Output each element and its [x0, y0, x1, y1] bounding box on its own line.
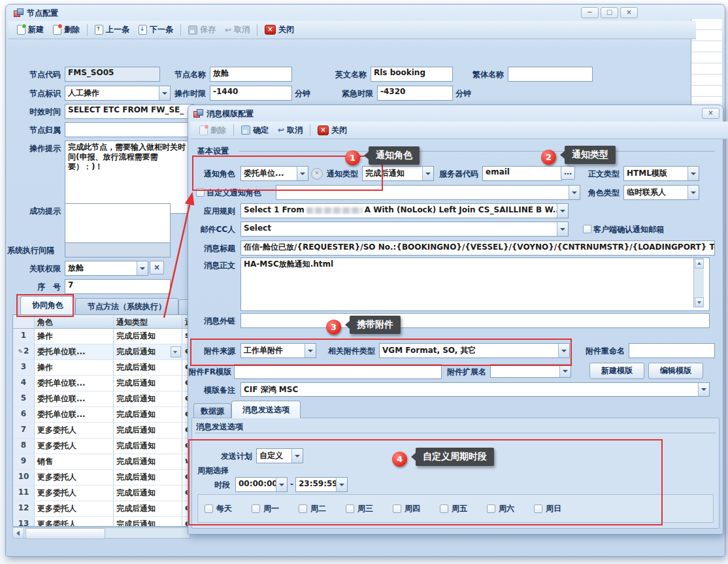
role-cell[interactable]: 委托单位联... [35, 344, 114, 359]
role-cell[interactable]: 更多委托人 [35, 439, 114, 454]
checkbox-icon[interactable] [534, 505, 542, 513]
tab-node-methods[interactable]: 节点方法（系统执行） [75, 298, 178, 314]
dropdown-arrow-icon[interactable] [698, 383, 709, 396]
checkbox-icon[interactable] [205, 505, 213, 513]
dialog-cancel-button[interactable]: ↩取消 [273, 123, 307, 138]
notify-type-combo[interactable]: 完成后通知 [362, 166, 434, 181]
message-link-field[interactable] [240, 313, 710, 328]
new-button[interactable]: 新建 [12, 22, 48, 37]
minimize-button[interactable]: − [581, 7, 599, 18]
weekday-checkbox[interactable]: 周三 [346, 503, 393, 514]
dropdown-arrow-icon[interactable] [422, 167, 433, 180]
new-template-button[interactable]: 新建模版 [589, 363, 644, 379]
main-titlebar[interactable]: 节点配置 − □ × [6, 5, 725, 20]
maximize-button[interactable]: □ [601, 7, 618, 18]
server-code-browse-button[interactable]: … [561, 166, 575, 180]
mail-cc-combo[interactable]: Select [240, 222, 569, 237]
dialog-titlebar[interactable]: 消息模版配置 × [188, 105, 723, 121]
next-record-button[interactable]: 下一条 [134, 22, 178, 37]
clear-permission-button[interactable]: × [150, 261, 164, 274]
weekday-checkbox[interactable]: 周六 [487, 503, 534, 514]
exec-interval-field[interactable] [65, 242, 171, 257]
notify-type-cell[interactable]: 完成后通知 [114, 344, 182, 359]
notify-type-cell[interactable]: 完成后通知 [114, 517, 182, 527]
textarea-scrollbar[interactable] [693, 258, 704, 308]
notify-type-cell[interactable]: 完成后通知 [114, 439, 182, 454]
dialog-ok-button[interactable]: 确定 [237, 123, 273, 138]
server-code-field[interactable]: email [482, 166, 562, 181]
weekday-checkbox[interactable]: 周二 [299, 503, 346, 514]
node-code-field[interactable]: FMS_SO05 [65, 67, 160, 82]
checkbox-icon[interactable] [487, 505, 495, 513]
node-flag-combo[interactable]: 人工操作 [65, 86, 171, 101]
dialog-delete-button[interactable]: 删除 [195, 123, 231, 138]
role-cell[interactable]: 更多委托人 [35, 423, 114, 438]
time-from-combo[interactable]: 00:00:00 [235, 477, 288, 492]
notify-type-cell[interactable]: 完成后通知 [114, 454, 182, 469]
dropdown-arrow-icon[interactable] [687, 167, 699, 180]
attach-rename-field[interactable] [629, 343, 715, 358]
english-name-field[interactable]: Rls booking [371, 67, 453, 82]
table-row[interactable]: 3操作完成后通知er [13, 360, 190, 376]
attach-source-combo[interactable]: 工作单附件 [240, 343, 316, 358]
dropdown-arrow-icon[interactable] [557, 204, 568, 218]
notify-type-cell[interactable]: 完成后通知 [114, 360, 182, 375]
time-to-combo[interactable]: 23:59:59 [295, 477, 348, 492]
dropdown-arrow-icon[interactable] [569, 186, 580, 199]
role-cell[interactable]: 操作 [35, 329, 114, 344]
weekday-checkbox[interactable]: 周一 [252, 503, 299, 514]
dropdown-arrow-icon[interactable] [559, 365, 571, 377]
role-cell[interactable]: 委托单位联... [35, 391, 114, 406]
table-row[interactable]: 6委托单位联...完成后通知er [13, 407, 190, 423]
dropdown-arrow-icon[interactable] [687, 186, 699, 199]
dropdown-arrow-icon[interactable] [276, 478, 287, 491]
dropdown-arrow-icon[interactable] [291, 449, 303, 463]
role-cell[interactable]: 委托单位联... [35, 407, 114, 422]
table-row[interactable]: 13更多委托人完成后通知er [13, 517, 190, 527]
scroll-down-icon[interactable] [695, 297, 704, 307]
table-row[interactable]: 12更多委托人完成后通知er [13, 501, 190, 517]
table-row[interactable]: ✎2委托单位联...完成后通知er [13, 344, 190, 360]
table-row[interactable]: 8更多委托人完成后通知er [13, 439, 190, 454]
send-plan-combo[interactable]: 自定义 [256, 448, 303, 463]
weekday-checkbox[interactable]: 周四 [393, 503, 440, 514]
related-permission-combo[interactable]: 放舱 [65, 261, 148, 276]
header-role[interactable]: 角色 [35, 315, 114, 328]
attach-fr-field[interactable] [234, 364, 442, 379]
op-limit-field[interactable]: -1440 [210, 86, 292, 101]
attach-ext-combo[interactable] [490, 364, 571, 378]
notify-type-cell[interactable]: 完成后通知 [114, 407, 182, 422]
notify-role-combo[interactable]: 委托单位... [240, 166, 308, 181]
traditional-name-field[interactable] [508, 67, 593, 82]
template-note-combo[interactable]: CIF 深鸿 MSC [240, 382, 710, 397]
client-confirm-checkbox[interactable] [583, 225, 591, 233]
notify-type-cell[interactable]: 完成后通知 [114, 329, 182, 344]
seq-no-field[interactable]: 7 [65, 279, 171, 294]
dropdown-arrow-icon[interactable] [305, 344, 316, 357]
message-title-field[interactable]: 佰信-舱位已放/{REQUESTER}/SO No.:{BOOKINGNO}/{… [240, 241, 715, 256]
table-row[interactable]: 4委托单位联...完成后通知er [13, 376, 190, 391]
checkbox-icon[interactable] [393, 505, 401, 513]
notify-type-cell[interactable]: 完成后通知 [114, 470, 182, 485]
save-button[interactable]: 保存 [184, 22, 220, 37]
urgent-limit-field[interactable]: -4320 [377, 86, 453, 101]
checkbox-icon[interactable] [252, 505, 260, 513]
role-cell[interactable]: 委托单位联... [35, 376, 114, 391]
success-tip-textarea[interactable] [65, 203, 171, 244]
notify-type-cell[interactable]: 完成后通知 [114, 486, 182, 501]
weekday-checkbox[interactable]: 每天 [205, 503, 252, 514]
table-row[interactable]: 11更多委托人完成后通知er [13, 486, 190, 501]
header-notify-type[interactable]: 通知类型 [114, 315, 182, 328]
role-cell[interactable]: 更多委托人 [35, 501, 114, 516]
cancel-button[interactable]: ↩取消 [220, 22, 254, 37]
table-row[interactable]: 1操作完成后通知sy [13, 329, 190, 344]
table-row[interactable]: 9销售完成后通知w [13, 454, 190, 470]
tab-datasource[interactable]: 数据源 [193, 403, 231, 418]
role-cell[interactable]: 操作 [35, 360, 114, 375]
apply-rule-combo[interactable]: Select 1 FromA With (NoLock) Left Join C… [240, 203, 569, 218]
role-cell[interactable]: 更多委托人 [35, 517, 114, 527]
checkbox-icon[interactable] [346, 505, 354, 513]
notify-type-cell[interactable]: 完成后通知 [114, 501, 182, 516]
dropdown-arrow-icon[interactable] [297, 167, 308, 180]
tab-collab-roles[interactable]: 协同角色 [20, 296, 75, 314]
